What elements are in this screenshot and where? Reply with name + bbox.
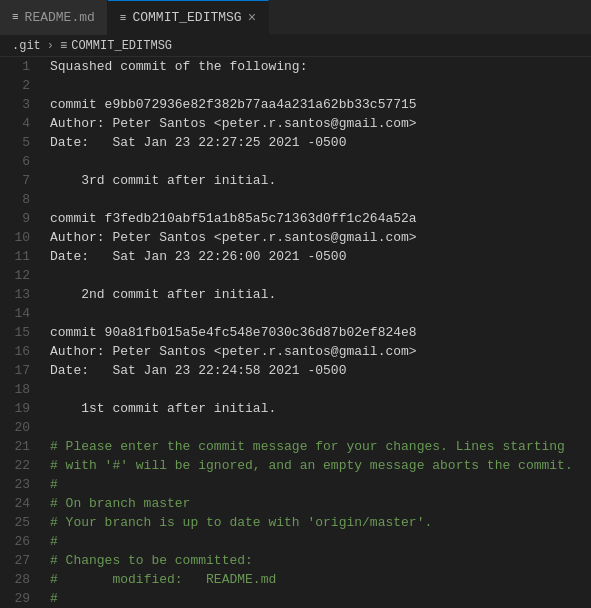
line-number: 4 (8, 114, 30, 133)
code-line: commit f3fedb210abf51a1b85a5c71363d0ff1c… (50, 209, 583, 228)
code-line (50, 380, 583, 399)
line-number: 24 (8, 494, 30, 513)
code-line (50, 190, 583, 209)
code-line: Date: Sat Jan 23 22:26:00 2021 -0500 (50, 247, 583, 266)
breadcrumb-root: .git (12, 39, 41, 53)
code-token: commit e9bb072936e82f382b77aa4a231a62bb3… (50, 97, 417, 112)
code-token: # Your branch is up to date with 'origin… (50, 515, 432, 530)
commit-tab-label: COMMIT_EDITMSG (132, 10, 241, 25)
line-numbers: 1234567891011121314151617181920212223242… (0, 57, 42, 608)
code-line: Author: Peter Santos <peter.r.santos@gma… (50, 342, 583, 361)
code-line: commit e9bb072936e82f382b77aa4a231a62bb3… (50, 95, 583, 114)
line-number: 21 (8, 437, 30, 456)
line-number: 12 (8, 266, 30, 285)
tab-bar: ≡ README.md ≡ COMMIT_EDITMSG × (0, 0, 591, 35)
code-token: # with '#' will be ignored, and an empty… (50, 458, 573, 473)
code-line: # (50, 532, 583, 551)
code-line: Date: Sat Jan 23 22:24:58 2021 -0500 (50, 361, 583, 380)
code-line: Author: Peter Santos <peter.r.santos@gma… (50, 114, 583, 133)
line-number: 15 (8, 323, 30, 342)
code-line: # Your branch is up to date with 'origin… (50, 513, 583, 532)
editor-area: 1234567891011121314151617181920212223242… (0, 57, 591, 608)
code-token: Squashed commit of the following: (50, 59, 307, 74)
code-line: # Please enter the commit message for yo… (50, 437, 583, 456)
line-number: 17 (8, 361, 30, 380)
code-token: Date: Sat Jan 23 22:26:00 2021 -0500 (50, 249, 346, 264)
code-token: Date: Sat Jan 23 22:27:25 2021 -0500 (50, 135, 346, 150)
line-number: 1 (8, 57, 30, 76)
breadcrumb-file: COMMIT_EDITMSG (71, 39, 172, 53)
line-number: 27 (8, 551, 30, 570)
line-number: 9 (8, 209, 30, 228)
tab-commit-editmsg[interactable]: ≡ COMMIT_EDITMSG × (108, 0, 269, 35)
line-number: 19 (8, 399, 30, 418)
code-area[interactable]: Squashed commit of the following: commit… (42, 57, 591, 608)
line-number: 29 (8, 589, 30, 608)
code-line: Author: Peter Santos <peter.r.santos@gma… (50, 228, 583, 247)
breadcrumb-separator: › (47, 39, 54, 53)
code-token: # (50, 534, 58, 549)
line-number: 11 (8, 247, 30, 266)
code-line: 1st commit after initial. (50, 399, 583, 418)
tab-readme[interactable]: ≡ README.md (0, 0, 108, 35)
line-number: 5 (8, 133, 30, 152)
code-line (50, 76, 583, 95)
line-number: 26 (8, 532, 30, 551)
line-number: 10 (8, 228, 30, 247)
code-token: # Changes to be committed: (50, 553, 253, 568)
commit-file-icon: ≡ (120, 12, 127, 24)
line-number: 22 (8, 456, 30, 475)
code-token: # (50, 591, 58, 606)
code-token: # Please enter the commit message for yo… (50, 439, 565, 454)
line-number: 3 (8, 95, 30, 114)
readme-tab-label: README.md (25, 10, 95, 25)
code-line: Squashed commit of the following: (50, 57, 583, 76)
breadcrumb-icon: ≡ (60, 39, 67, 53)
line-number: 13 (8, 285, 30, 304)
code-token: commit 90a81fb015a5e4fc548e7030c36d87b02… (50, 325, 417, 340)
code-line (50, 304, 583, 323)
line-number: 28 (8, 570, 30, 589)
line-number: 2 (8, 76, 30, 95)
code-token: commit f3fedb210abf51a1b85a5c71363d0ff1c… (50, 211, 417, 226)
code-line: # On branch master (50, 494, 583, 513)
code-token: Author: Peter Santos <peter.r.santos@gma… (50, 230, 417, 245)
code-line: Date: Sat Jan 23 22:27:25 2021 -0500 (50, 133, 583, 152)
code-token: # (50, 477, 58, 492)
code-token: Date: Sat Jan 23 22:24:58 2021 -0500 (50, 363, 346, 378)
code-line: # (50, 475, 583, 494)
code-line: # Changes to be committed: (50, 551, 583, 570)
code-token: Author: Peter Santos <peter.r.santos@gma… (50, 116, 417, 131)
line-number: 25 (8, 513, 30, 532)
code-token: 3rd commit after initial. (50, 173, 276, 188)
code-token: # On branch master (50, 496, 190, 511)
code-line: # modified: README.md (50, 570, 583, 589)
code-line: 2nd commit after initial. (50, 285, 583, 304)
code-token: 1st commit after initial. (50, 401, 276, 416)
line-number: 6 (8, 152, 30, 171)
code-line: 3rd commit after initial. (50, 171, 583, 190)
line-number: 23 (8, 475, 30, 494)
line-number: 7 (8, 171, 30, 190)
code-line: commit 90a81fb015a5e4fc548e7030c36d87b02… (50, 323, 583, 342)
line-number: 14 (8, 304, 30, 323)
breadcrumb: .git › ≡ COMMIT_EDITMSG (0, 35, 591, 57)
code-token: # modified: README.md (50, 572, 276, 587)
readme-file-icon: ≡ (12, 11, 19, 23)
code-line (50, 266, 583, 285)
code-line: # (50, 589, 583, 608)
code-token: 2nd commit after initial. (50, 287, 276, 302)
line-number: 20 (8, 418, 30, 437)
line-number: 16 (8, 342, 30, 361)
code-token: Author: Peter Santos <peter.r.santos@gma… (50, 344, 417, 359)
line-number: 8 (8, 190, 30, 209)
code-line (50, 152, 583, 171)
line-number: 18 (8, 380, 30, 399)
close-icon[interactable]: × (248, 11, 256, 25)
code-line: # with '#' will be ignored, and an empty… (50, 456, 583, 475)
code-line (50, 418, 583, 437)
